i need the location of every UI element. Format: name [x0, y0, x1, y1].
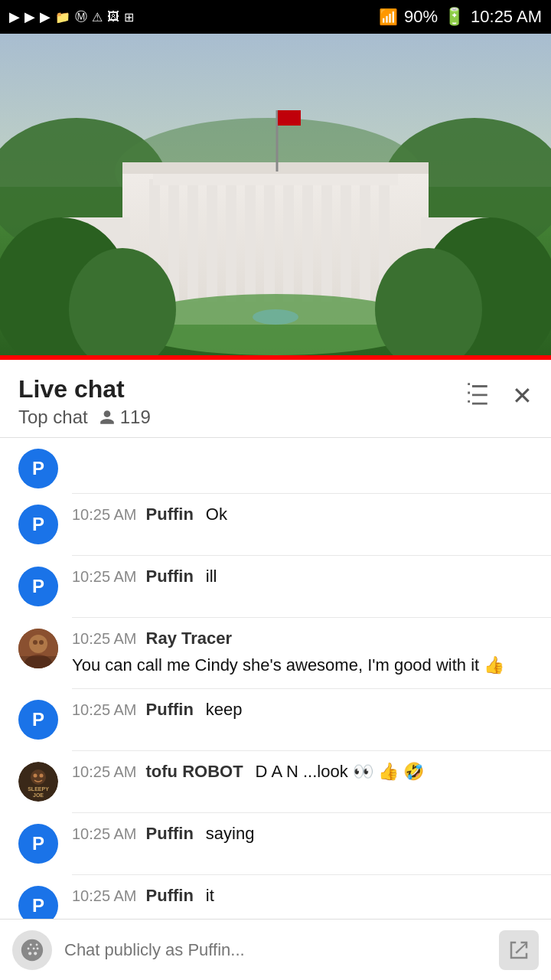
list-item: P 10:25 AM Puffin saying	[0, 813, 551, 874]
message-content: 10:25 AM Ray Tracer You can call me Cind…	[72, 629, 533, 678]
svg-rect-12	[264, 179, 275, 302]
top-chat-row: Top chat 119	[18, 407, 151, 428]
svg-rect-11	[245, 179, 256, 302]
avatar	[18, 629, 58, 668]
avatar: SLEEPY JOE	[18, 762, 58, 802]
svg-rect-8	[187, 179, 198, 302]
svg-rect-20	[122, 162, 429, 174]
message-text: keep	[206, 700, 243, 720]
message-time: 10:25 AM	[72, 701, 137, 719]
close-icon[interactable]: ✕	[512, 381, 533, 410]
person-icon	[99, 409, 116, 426]
list-item: SLEEPY JOE 10:25 AM tofu ROBOT D A N ...…	[0, 751, 551, 812]
notification-icons: ▶ ▶ ▶ 📁 Ⓜ ⚠ 🖼 ⊞	[9, 8, 134, 25]
message-author: Puffin	[146, 505, 194, 524]
clock: 10:25 AM	[471, 7, 542, 27]
send-button[interactable]	[499, 930, 539, 970]
svg-rect-15	[321, 179, 332, 302]
list-item: P	[0, 444, 551, 493]
message-meta: 10:25 AM Puffin keep	[72, 700, 533, 720]
file-icon: 📁	[55, 10, 70, 24]
emoji-button[interactable]	[12, 930, 52, 970]
viewer-count: 119	[99, 407, 151, 428]
message-time: 10:25 AM	[72, 887, 137, 905]
chat-input[interactable]	[64, 934, 487, 966]
svg-rect-13	[283, 179, 294, 302]
title-group: Live chat Top chat 119	[18, 375, 151, 428]
live-chat-title: Live chat	[18, 375, 151, 403]
viewer-count-number: 119	[120, 407, 151, 428]
message-author: Puffin	[146, 886, 194, 906]
list-item: P 10:25 AM Puffin keep	[0, 689, 551, 750]
svg-point-24	[253, 309, 298, 325]
message-content: 10:25 AM tofu ROBOT D A N ...look 👀 👍 🤣	[72, 762, 533, 782]
svg-point-32	[29, 635, 47, 653]
message-text: D A N ...look 👀 👍 🤣	[256, 762, 424, 782]
svg-rect-17	[360, 179, 370, 302]
battery-level: 90%	[404, 7, 438, 27]
message-text: You can call me Cindy she's awesome, I'm…	[72, 652, 533, 678]
message-text: Ok	[206, 505, 227, 524]
svg-point-34	[33, 640, 37, 645]
message-text: saying	[206, 824, 255, 844]
tofu-robot-avatar: SLEEPY JOE	[18, 762, 58, 802]
filter-icon[interactable]	[465, 380, 491, 411]
message-content: 10:25 AM Puffin Ok	[72, 505, 533, 524]
message-author: Puffin	[146, 700, 194, 720]
video-content	[0, 34, 551, 355]
wifi-icon: 📶	[379, 8, 398, 26]
message-content: 10:25 AM Puffin keep	[72, 700, 533, 720]
youtube2-icon: ▶	[40, 8, 51, 25]
message-content: 10:25 AM Puffin ill	[72, 567, 533, 586]
message-meta: 10:25 AM Puffin Ok	[72, 505, 533, 524]
youtube-icon: ▶	[24, 8, 35, 25]
battery-icon: 🔋	[444, 7, 465, 27]
svg-point-41	[40, 774, 44, 778]
chat-input-bar	[0, 919, 551, 980]
chat-messages-list: P P 10:25 AM Puffin Ok P 10:25 AM Puffi	[0, 438, 551, 980]
message-content: 10:25 AM Puffin saying	[72, 824, 533, 844]
top-chat-label: Top chat	[18, 407, 88, 428]
message-time: 10:25 AM	[72, 568, 137, 586]
message-author: Puffin	[146, 824, 194, 844]
mastodon-icon: Ⓜ	[75, 9, 87, 25]
chat-actions: ✕	[465, 375, 533, 411]
svg-point-33	[24, 655, 52, 668]
message-time: 10:25 AM	[72, 506, 137, 524]
live-chat-panel: Live chat Top chat 119 ✕	[0, 360, 551, 980]
message-meta: 10:25 AM Puffin it	[72, 886, 533, 906]
svg-point-37	[31, 769, 46, 785]
list-item: 10:25 AM Ray Tracer You can call me Cind…	[0, 618, 551, 688]
ray-tracer-avatar	[18, 629, 58, 668]
system-status: 📶 90% 🔋 10:25 AM	[379, 7, 542, 27]
avatar: P	[18, 700, 58, 740]
svg-text:SLEEPY: SLEEPY	[28, 786, 49, 792]
message-author: Ray Tracer	[146, 629, 233, 648]
avatar: P	[18, 567, 58, 606]
svg-point-40	[34, 774, 37, 778]
message-meta: 10:25 AM Ray Tracer	[72, 629, 533, 648]
message-meta: 10:25 AM tofu ROBOT D A N ...look 👀 👍 🤣	[72, 762, 533, 782]
svg-text:JOE: JOE	[33, 792, 44, 798]
message-author: Puffin	[146, 567, 194, 586]
message-text: ill	[206, 567, 217, 586]
message-author: tofu ROBOT	[146, 762, 243, 782]
avatar: P	[18, 449, 58, 488]
message-time: 10:25 AM	[72, 763, 137, 781]
video-thumbnail[interactable]	[0, 34, 551, 355]
grid-icon: ⊞	[124, 10, 134, 24]
avatar: P	[18, 824, 58, 864]
avatar: P	[18, 505, 58, 544]
svg-point-35	[39, 640, 44, 645]
message-time: 10:25 AM	[72, 825, 137, 843]
svg-rect-30	[278, 110, 301, 126]
image-icon: 🖼	[107, 10, 119, 24]
message-meta: 10:25 AM Puffin saying	[72, 824, 533, 844]
list-item: P 10:25 AM Puffin Ok	[0, 494, 551, 555]
message-content: 10:25 AM Puffin it	[72, 886, 533, 906]
message-time: 10:25 AM	[72, 630, 137, 648]
list-item: P 10:25 AM Puffin ill	[0, 556, 551, 617]
message-meta: 10:25 AM Puffin ill	[72, 567, 533, 586]
live-chat-header: Live chat Top chat 119 ✕	[0, 360, 551, 438]
svg-rect-16	[341, 179, 351, 302]
